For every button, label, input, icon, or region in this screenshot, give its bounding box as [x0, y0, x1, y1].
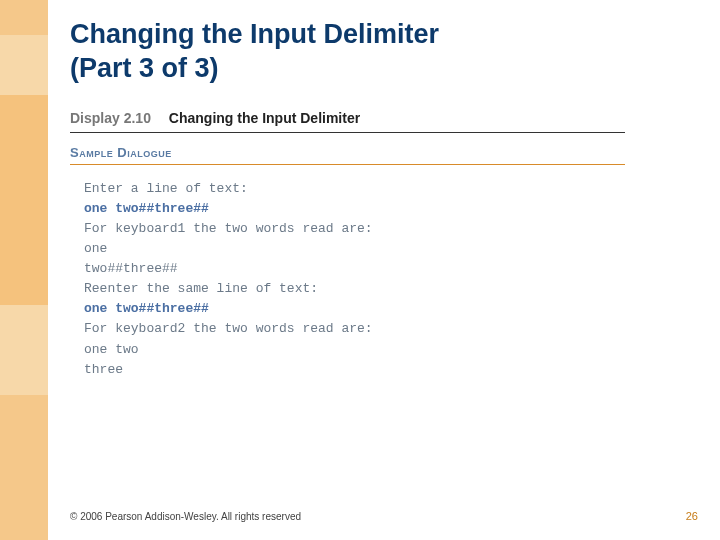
stripe-segment	[0, 35, 48, 95]
display-number: Display 2.10	[70, 110, 151, 126]
stripe-segment	[0, 305, 48, 395]
stripe-segment	[0, 0, 48, 35]
slide-title: Changing the Input Delimiter (Part 3 of …	[70, 18, 690, 86]
dialogue-line: two##three##	[84, 259, 625, 279]
dialogue-user-line: one two##three##	[84, 299, 625, 319]
dialogue-line: three	[84, 360, 625, 380]
decorative-left-stripe	[0, 0, 48, 540]
stripe-segment	[0, 395, 48, 540]
display-box: Display 2.10 Changing the Input Delimite…	[70, 110, 625, 380]
dialogue-line: one two	[84, 340, 625, 360]
title-line-1: Changing the Input Delimiter	[70, 19, 439, 49]
page-number: 26	[686, 510, 698, 522]
dialogue-line: Reenter the same line of text:	[84, 279, 625, 299]
sample-dialogue: Enter a line of text: one two##three## F…	[70, 179, 625, 380]
dialogue-line: For keyboard2 the two words read are:	[84, 319, 625, 339]
slide-content: Changing the Input Delimiter (Part 3 of …	[70, 18, 690, 380]
title-line-2: (Part 3 of 3)	[70, 53, 219, 83]
copyright-text: © 2006 Pearson Addison-Wesley. All right…	[70, 511, 301, 522]
dialogue-user-line: one two##three##	[84, 199, 625, 219]
dialogue-line: For keyboard1 the two words read are:	[84, 219, 625, 239]
display-header: Display 2.10 Changing the Input Delimite…	[70, 110, 625, 133]
stripe-segment	[0, 95, 48, 305]
dialogue-line: Enter a line of text:	[84, 179, 625, 199]
display-caption: Changing the Input Delimiter	[169, 110, 360, 126]
sample-dialogue-label: Sample Dialogue	[70, 145, 625, 165]
dialogue-line: one	[84, 239, 625, 259]
